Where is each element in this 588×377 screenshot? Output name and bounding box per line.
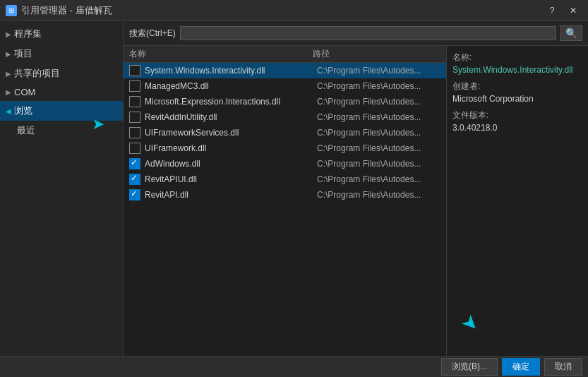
title-bar-left: ⊞ 引用管理器 - 庙借解瓦 [6,4,112,17]
header-path: 路径 [313,49,330,59]
creator-label: 创建者: [452,80,582,92]
file-path: C:\Program Files\Autodes... [317,128,440,138]
close-button[interactable]: ✕ [564,3,582,18]
sidebar-item-browse[interactable]: ◀ 浏览 [0,101,123,121]
assemblies-label: 程序集 [14,28,42,40]
table-row[interactable]: RevitAPIUI.dllC:\Program Files\Autodes..… [124,172,446,187]
name-label: 名称: [452,52,582,64]
confirm-button[interactable]: 确定 [502,358,540,376]
file-rows-container: System.Windows.Interactivity.dllC:\Progr… [124,63,446,203]
file-path: C:\Program Files\Autodes... [317,81,440,91]
file-name: RevitAddInUtility.dll [145,112,317,122]
table-row[interactable]: RevitAPI.dllC:\Program Files\Autodes... [124,187,446,203]
browse-label: 浏览 [14,104,32,117]
com-label: COM [14,87,35,97]
file-checkbox[interactable] [129,158,140,169]
table-row[interactable]: UIFramework.dllC:\Program Files\Autodes.… [124,140,446,156]
file-path: C:\Program Files\Autodes... [317,174,440,184]
file-checkbox[interactable] [129,174,140,185]
file-checkbox[interactable] [129,143,140,154]
file-name: RevitAPIUI.dll [145,174,317,184]
title-bar-controls: ? ✕ [543,3,582,18]
shared-label: 共享的项目 [14,67,60,80]
search-label: 搜索(Ctrl+E) [129,28,176,40]
file-name: Microsoft.Expression.Interactions.dll [145,97,317,107]
file-list: 名称 路径 System.Windows.Interactivity.dllC:… [124,46,447,356]
sidebar-item-com[interactable]: ▶ COM [0,83,123,101]
file-name: ManagedMC3.dll [145,81,317,91]
browse-button[interactable]: 浏览(B)... [441,358,498,376]
projects-arrow: ▶ [6,50,11,58]
help-button[interactable]: ? [543,3,561,18]
sidebar-item-recent[interactable]: 最近 [0,121,123,140]
file-name: UIFrameworkServices.dll [145,128,317,138]
file-name: AdWindows.dll [145,159,317,169]
file-path: C:\Program Files\Autodes... [317,159,440,169]
sidebar-item-projects[interactable]: ▶ 项目 [0,44,123,64]
file-path: C:\Program Files\Autodes... [317,97,440,107]
browse-arrow: ◀ [6,107,11,115]
table-row[interactable]: AdWindows.dllC:\Program Files\Autodes... [124,156,446,172]
app-icon: ⊞ [6,5,17,16]
file-path: C:\Program Files\Autodes... [317,66,440,76]
sidebar-item-assemblies[interactable]: ▶ 程序集 [0,24,123,44]
table-row[interactable]: RevitAddInUtility.dllC:\Program Files\Au… [124,109,446,125]
file-name: System.Windows.Interactivity.dll [145,66,317,76]
creator-value: Microsoft Corporation [452,94,582,104]
assemblies-arrow: ▶ [6,30,11,38]
window-title: 引用管理器 - 庙借解瓦 [21,4,112,17]
file-checkbox[interactable] [129,80,140,92]
file-list-header: 名称 路径 [124,46,446,63]
details-panel: 名称: System.Windows.Interactivity.dll 创建者… [447,46,588,356]
main-content: ▶ 程序集 ▶ 项目 ▶ 共享的项目 ▶ COM ◀ 浏览 最近 搜索(Ctrl… [0,21,588,356]
file-path: C:\Program Files\Autodes... [317,143,440,153]
table-row[interactable]: UIFrameworkServices.dllC:\Program Files\… [124,125,446,140]
sidebar: ▶ 程序集 ▶ 项目 ▶ 共享的项目 ▶ COM ◀ 浏览 最近 [0,21,124,356]
bottom-bar: 浏览(B)... 确定 取消 [0,356,588,377]
name-value: System.Windows.Interactivity.dll [452,65,582,75]
file-checkbox[interactable] [129,189,140,201]
table-row[interactable]: ManagedMC3.dllC:\Program Files\Autodes..… [124,78,446,94]
com-arrow: ▶ [6,88,11,96]
file-checkbox[interactable] [129,127,140,138]
search-input[interactable] [180,26,556,40]
file-area: 名称 路径 System.Windows.Interactivity.dllC:… [124,46,588,356]
file-path: C:\Program Files\Autodes... [317,190,440,200]
file-path: C:\Program Files\Autodes... [317,112,440,122]
sidebar-item-shared[interactable]: ▶ 共享的项目 [0,64,123,83]
right-panel: 搜索(Ctrl+E) 🔍 名称 路径 System.Windows.Intera… [124,21,588,356]
search-bar: 搜索(Ctrl+E) 🔍 [124,21,588,46]
file-checkbox[interactable] [129,112,140,123]
file-name: RevitAPI.dll [145,190,317,200]
title-bar: ⊞ 引用管理器 - 庙借解瓦 ? ✕ [0,0,588,21]
search-button[interactable]: 🔍 [560,25,582,41]
projects-label: 项目 [14,47,32,60]
version-label: 文件版本: [452,109,582,121]
table-row[interactable]: System.Windows.Interactivity.dllC:\Progr… [124,63,446,78]
cancel-button[interactable]: 取消 [544,358,582,376]
table-row[interactable]: Microsoft.Expression.Interactions.dllC:\… [124,94,446,109]
shared-arrow: ▶ [6,70,11,78]
file-checkbox[interactable] [129,96,140,107]
file-checkbox[interactable] [129,65,140,76]
version-value: 3.0.40218.0 [452,123,582,133]
header-name: 名称 [129,48,146,60]
recent-label: 最近 [17,124,35,137]
file-name: UIFramework.dll [145,143,317,153]
